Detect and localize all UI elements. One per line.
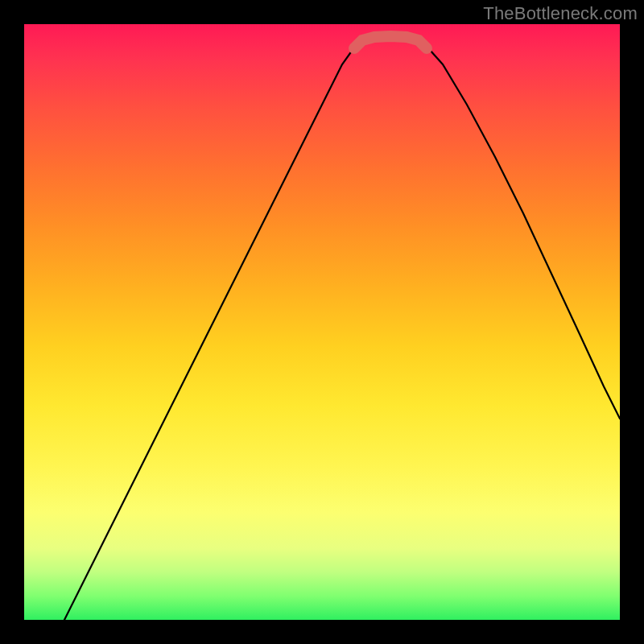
curve-layer (24, 24, 620, 620)
bottom-marker (354, 36, 427, 48)
plot-area (24, 24, 620, 620)
chart-frame: TheBottleneck.com (0, 0, 644, 644)
left-curve (64, 42, 358, 620)
watermark-text: TheBottleneck.com (483, 3, 638, 24)
right-curve (423, 42, 620, 419)
